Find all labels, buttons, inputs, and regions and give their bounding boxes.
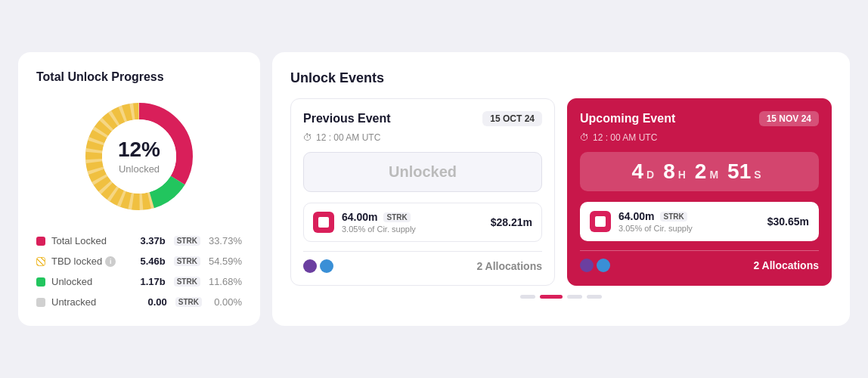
countdown-days: 4 bbox=[631, 161, 643, 182]
prev-event-type: Previous Event bbox=[303, 112, 391, 125]
right-panel: Unlock Events Previous Event 15 OCT 24 ⏱… bbox=[272, 52, 850, 326]
upcoming-allocations-footer[interactable]: 2 Allocations bbox=[580, 250, 819, 272]
prev-allocations-count: 2 Allocations bbox=[476, 260, 542, 272]
upcoming-event-time: ⏱ 12 : 00 AM UTC bbox=[580, 132, 819, 143]
token-icon-upcoming bbox=[590, 211, 611, 232]
legend: Total Locked 3.37b STRK 33.73% TBD locke… bbox=[36, 235, 242, 308]
upcoming-event-type: Upcoming Event bbox=[580, 112, 675, 125]
countdown-hours: 8 bbox=[663, 161, 675, 182]
prev-allocations-footer[interactable]: 2 Allocations bbox=[303, 251, 542, 273]
upcoming-event-date: 15 NOV 24 bbox=[759, 111, 819, 126]
alloc-dot-blue-upcoming bbox=[597, 259, 610, 272]
donut-container: 12% Unlocked bbox=[36, 96, 242, 217]
prev-token-amount: 64.00m bbox=[342, 211, 377, 223]
donut-label: Unlocked bbox=[118, 163, 160, 175]
prev-event-date: 15 OCT 24 bbox=[482, 111, 542, 126]
countdown-hours-unit: H bbox=[678, 169, 686, 181]
prev-event-time: ⏱ 12 : 00 AM UTC bbox=[303, 132, 542, 143]
legend-dot-untracked bbox=[36, 298, 45, 307]
legend-item-untracked: Untracked 0.00 STRK 0.00% bbox=[36, 296, 242, 308]
token-icon-inner-prev bbox=[318, 217, 329, 228]
scroll-dot-2[interactable] bbox=[540, 295, 563, 299]
upcoming-event-card: Upcoming Event 15 NOV 24 ⏱ 12 : 00 AM UT… bbox=[567, 98, 832, 286]
legend-pct-tbd-locked: 54.59% bbox=[209, 256, 242, 267]
countdown-timer: 4 D 8 H 2 M 51 S bbox=[580, 152, 819, 191]
legend-value-tbd-locked: 5.46b bbox=[140, 256, 165, 267]
upcoming-token-amount-line: 64.00m STRK bbox=[618, 210, 760, 222]
scroll-dots bbox=[290, 295, 832, 299]
legend-item-unlocked: Unlocked 1.17b STRK 11.68% bbox=[36, 276, 242, 287]
donut-percent: 12% bbox=[118, 139, 160, 160]
scroll-dot-1[interactable] bbox=[520, 295, 535, 299]
unlocked-status: Unlocked bbox=[303, 152, 542, 192]
prev-token-info: 64.00m STRK 3.05% of Cir. supply bbox=[342, 211, 483, 234]
legend-value-unlocked: 1.17b bbox=[140, 276, 165, 287]
legend-dot-tbd-locked bbox=[36, 257, 45, 266]
strk-badge-2: STRK bbox=[174, 277, 200, 287]
legend-pct-total-locked: 33.73% bbox=[209, 235, 242, 246]
countdown-minutes: 2 bbox=[695, 161, 707, 182]
strk-badge-1: STRK bbox=[174, 256, 200, 266]
left-panel: Total Unlock Progress 12% Unlocked bbox=[18, 52, 260, 326]
upcoming-token-amount: 64.00m bbox=[618, 210, 654, 222]
legend-name-untracked: Untracked bbox=[51, 296, 141, 308]
info-icon-tbd[interactable]: i bbox=[105, 256, 116, 267]
clock-icon-prev: ⏱ bbox=[303, 132, 312, 143]
legend-name-total-locked: Total Locked bbox=[51, 235, 134, 246]
events-grid: Previous Event 15 OCT 24 ⏱ 12 : 00 AM UT… bbox=[290, 98, 832, 286]
legend-name-tbd-locked: TBD locked i bbox=[51, 256, 134, 267]
prev-token-usd: $28.21m bbox=[491, 216, 532, 228]
alloc-dot-purple-prev bbox=[303, 259, 317, 273]
alloc-dot-purple-upcoming bbox=[580, 259, 594, 272]
prev-allocation-dots bbox=[303, 259, 333, 273]
countdown-minutes-unit: M bbox=[709, 169, 718, 181]
left-panel-title: Total Unlock Progress bbox=[36, 70, 242, 84]
token-icon-prev bbox=[313, 212, 334, 233]
countdown-seconds-unit: S bbox=[754, 169, 761, 181]
countdown-seconds: 51 bbox=[727, 161, 751, 182]
upcoming-token-info: 64.00m STRK 3.05% of Cir. supply bbox=[618, 210, 760, 233]
upcoming-allocations-count: 2 Allocations bbox=[753, 259, 819, 271]
right-panel-title: Unlock Events bbox=[290, 70, 832, 86]
upcoming-allocation-dots bbox=[580, 259, 610, 272]
legend-name-unlocked: Unlocked bbox=[51, 276, 134, 287]
donut-center: 12% Unlocked bbox=[118, 139, 160, 175]
prev-token-row: 64.00m STRK 3.05% of Cir. supply $28.21m bbox=[303, 203, 542, 242]
alloc-dot-blue-prev bbox=[320, 259, 333, 273]
upcoming-strk-badge: STRK bbox=[660, 212, 687, 222]
prev-card-header: Previous Event 15 OCT 24 bbox=[303, 111, 542, 126]
upcoming-token-usd: $30.65m bbox=[767, 215, 809, 228]
upcoming-token-supply: 3.05% of Cir. supply bbox=[618, 224, 760, 233]
legend-value-untracked: 0.00 bbox=[147, 296, 166, 308]
countdown-days-unit: D bbox=[646, 169, 654, 181]
main-container: Total Unlock Progress 12% Unlocked bbox=[18, 52, 850, 326]
upcoming-token-row: 64.00m STRK 3.05% of Cir. supply $30.65m bbox=[580, 202, 819, 241]
legend-item-tbd-locked: TBD locked i 5.46b STRK 54.59% bbox=[36, 256, 242, 267]
legend-value-total-locked: 3.37b bbox=[140, 235, 165, 246]
scroll-dot-4[interactable] bbox=[587, 295, 602, 299]
prev-token-amount-line: 64.00m STRK bbox=[342, 211, 483, 223]
upcoming-card-header: Upcoming Event 15 NOV 24 bbox=[580, 111, 819, 126]
token-icon-inner-upcoming bbox=[595, 216, 606, 227]
legend-dot-unlocked bbox=[36, 277, 45, 287]
prev-strk-badge: STRK bbox=[383, 212, 410, 222]
scroll-dot-3[interactable] bbox=[567, 295, 582, 299]
legend-pct-unlocked: 11.68% bbox=[209, 276, 242, 287]
legend-pct-untracked: 0.00% bbox=[210, 296, 242, 308]
clock-icon-upcoming: ⏱ bbox=[580, 132, 589, 143]
legend-item-total-locked: Total Locked 3.37b STRK 33.73% bbox=[36, 235, 242, 246]
strk-badge-0: STRK bbox=[174, 236, 200, 246]
legend-dot-total-locked bbox=[36, 237, 45, 246]
previous-event-card: Previous Event 15 OCT 24 ⏱ 12 : 00 AM UT… bbox=[290, 98, 555, 286]
strk-badge-3: STRK bbox=[175, 297, 202, 307]
prev-token-supply: 3.05% of Cir. supply bbox=[342, 225, 483, 234]
